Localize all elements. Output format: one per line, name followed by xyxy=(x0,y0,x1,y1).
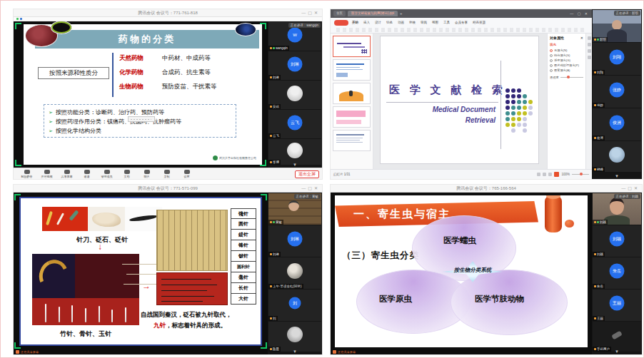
panel-icon[interactable] xyxy=(588,49,591,53)
chevron-down-icon[interactable]: ▼ xyxy=(268,349,322,354)
camera-icon xyxy=(597,221,599,223)
zoom-level: 100% xyxy=(561,173,570,176)
window-controls[interactable]: —▢✕ xyxy=(301,9,320,16)
chevron-down-icon[interactable]: ▼ xyxy=(592,173,642,179)
slide-thumbnail[interactable] xyxy=(333,106,371,128)
fill-option[interactable]: 渐变填充(G) xyxy=(550,58,583,63)
ribbon-tab[interactable]: 切换 xyxy=(386,20,393,26)
ribbon-tab[interactable]: 稻壳资源 xyxy=(473,20,485,26)
panel-icon[interactable] xyxy=(588,36,591,40)
window-controls[interactable]: —▢✕ xyxy=(301,185,320,192)
fill-option[interactable]: 图案填充(A) xyxy=(550,68,583,73)
share-corner-marker xyxy=(14,342,21,349)
panel-icon[interactable] xyxy=(588,56,591,59)
window-controls[interactable]: —▢✕ xyxy=(621,185,640,192)
ribbon-tab[interactable]: 视图 xyxy=(432,20,438,26)
slide-thumbnail[interactable] xyxy=(333,83,371,104)
participant-tile[interactable]: 俊洲 俊洲 xyxy=(593,108,641,140)
window-titlebar[interactable]: 腾讯会议 会议号：765-166-564 —▢✕ xyxy=(331,185,642,193)
participant-name: 刘翔 xyxy=(597,71,603,74)
participants-sidebar: 正在讲话：wangqin W wangqin 刘琳 刘琳 安琪 云飞 云飞 李娜… xyxy=(268,21,322,168)
ribbon-tab[interactable]: 设计 xyxy=(375,20,381,26)
ribbon-tab[interactable]: 工具 xyxy=(443,20,450,26)
participant-name: 张静 xyxy=(597,103,603,107)
ribbon-tab[interactable]: 会员专享 xyxy=(455,20,468,26)
participant-tile[interactable]: 刘翔 刘翔 xyxy=(593,43,641,75)
minimize-icon: — xyxy=(621,186,628,190)
camera-button[interactable]: 开启视频 xyxy=(38,170,56,178)
participant-tile[interactable]: 手机用户 xyxy=(593,322,641,352)
ribbon-tab[interactable]: 插入 xyxy=(363,20,370,26)
ribbon-tab[interactable]: 开始 xyxy=(352,20,358,26)
chat-button[interactable]: 聊天 xyxy=(138,170,156,178)
mic-icon xyxy=(594,104,596,106)
participant-tile[interactable]: 晓峰 xyxy=(593,141,641,172)
panel-icon[interactable] xyxy=(588,43,591,46)
participant-name: 刘 xyxy=(273,317,276,320)
ribbon-tab[interactable]: 动画 xyxy=(398,20,404,26)
slide-thumbnail[interactable] xyxy=(333,130,371,151)
share-screen-button[interactable]: 共享屏幕 xyxy=(58,170,76,178)
close-icon[interactable]: ✕ xyxy=(580,36,583,40)
needle-name: 长针 xyxy=(231,283,256,294)
fill-option[interactable]: 无填充(N) xyxy=(550,48,583,53)
fill-option[interactable]: 图片或纹理填充(P) xyxy=(550,63,583,68)
mic-button[interactable]: 解除静音 xyxy=(18,170,36,178)
speaking-banner: 正在讲话：wangqin xyxy=(288,23,321,28)
window-titlebar[interactable]: 腾讯会议 会议号：771-571-099 —▢✕ xyxy=(14,185,322,193)
mic-icon xyxy=(594,71,596,73)
participant-tile[interactable]: 张静 张静 xyxy=(593,76,641,108)
nine-needles-red: 九针 xyxy=(154,322,166,329)
participant-tile[interactable]: 安琪 xyxy=(268,81,321,109)
participant-tile[interactable]: 陈晨 xyxy=(268,322,321,352)
slide-thumbnail[interactable] xyxy=(333,59,371,81)
camera-icon xyxy=(44,170,50,174)
avatar xyxy=(287,143,303,158)
window-titlebar[interactable]: 腾讯会议 会议号：771-761-818 —▢✕ xyxy=(14,9,322,17)
participant-tile[interactable]: 刘颖 刘颖 xyxy=(593,225,641,257)
participant-tile[interactable]: 刘琳 刘琳 xyxy=(268,51,321,80)
window-controls[interactable]: — ▢ ✕ xyxy=(570,11,589,16)
ribbon-tab[interactable]: 放映 xyxy=(409,20,416,26)
participant-tile[interactable]: 刘琳 刘琳 xyxy=(268,225,321,257)
transparency-slider[interactable]: 透明度 xyxy=(550,76,583,79)
slide-medical-document-retrieval: 医 学 文 献 检 索 Medical Document Retrieval xyxy=(381,36,538,163)
home-tab[interactable]: 首页 xyxy=(333,11,346,16)
slide-thumbnail[interactable] xyxy=(333,36,371,57)
invite-button[interactable]: 邀请 xyxy=(78,170,96,178)
docs-button[interactable]: 文档 xyxy=(118,170,136,178)
meeting-window-drug-slide: 腾讯会议 会议号：771-761-818 —▢✕ 药物的分类 天然药物 中药材、… xyxy=(14,9,322,179)
participant-tile[interactable]: 云飞 云飞 xyxy=(268,110,321,138)
play-slideshow-button[interactable] xyxy=(554,172,559,177)
cells-image-blue xyxy=(235,23,256,36)
participant-tile[interactable]: 刘 刘 xyxy=(268,290,321,321)
exit-fullscreen-button[interactable]: 退出全屏 xyxy=(295,170,319,178)
close-icon: ✕ xyxy=(585,11,589,16)
view-read-icon[interactable] xyxy=(548,173,552,176)
chevron-down-icon[interactable]: ▼ xyxy=(592,349,642,354)
record-button[interactable]: 录制 xyxy=(158,170,176,178)
chevron-down-icon[interactable]: ▼ xyxy=(268,162,322,168)
members-button[interactable]: 管理成员 xyxy=(98,170,116,178)
document-tab[interactable]: 医学文献检索与利用(绪论).ppt xyxy=(348,11,398,16)
dark-camera-view xyxy=(611,331,623,340)
needle-name-table: 镵针 圆针 鍉针 锋针 铍针 圆利针 毫针 长针 大针 xyxy=(231,208,256,305)
wps-logo-button[interactable] xyxy=(334,20,348,26)
participant-tile[interactable]: 朱岳 朱岳 xyxy=(593,257,641,289)
participant-tile[interactable]: 上午·早读全程(回放) xyxy=(268,257,321,289)
window-title: 腾讯会议 会议号：765-166-564 xyxy=(456,186,516,190)
ribbon-tab[interactable]: 审阅 xyxy=(421,20,427,26)
view-sorter-icon[interactable] xyxy=(543,173,546,176)
needle-name: 毫针 xyxy=(231,272,256,283)
close-icon: ✕ xyxy=(314,11,320,15)
participant-name: 刘颖 xyxy=(597,252,603,256)
new-tab-button[interactable]: + xyxy=(400,11,403,16)
view-normal-icon[interactable] xyxy=(537,173,540,176)
wps-canvas: 医 学 文 献 检 索 Medical Document Retrieval xyxy=(373,34,547,169)
settings-button[interactable]: 设置 xyxy=(178,170,196,178)
participant-tile[interactable]: 李娜 xyxy=(268,139,321,165)
zoom-slider[interactable] xyxy=(572,174,589,175)
bullet-arrow-icon: ➢ xyxy=(49,110,53,116)
fill-option[interactable]: 纯色填充(S) xyxy=(550,53,583,58)
participant-tile[interactable]: 王丽 王丽 xyxy=(593,290,641,321)
